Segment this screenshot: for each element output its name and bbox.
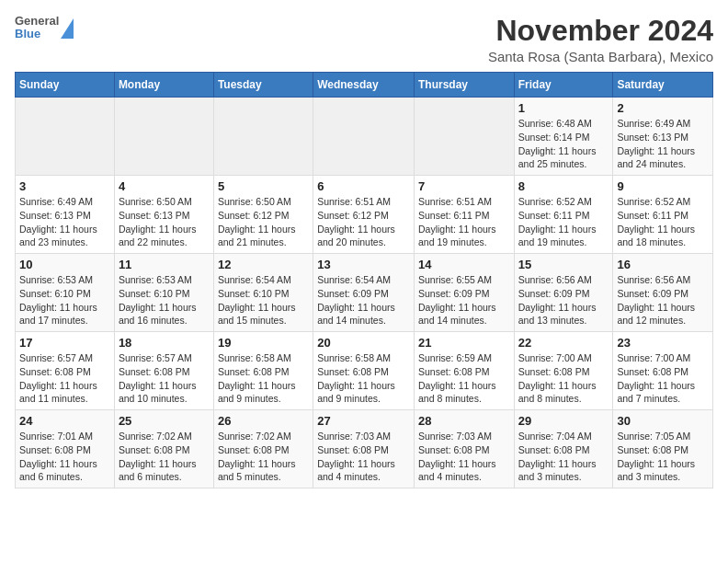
day-info: Sunrise: 6:56 AM Sunset: 6:09 PM Dayligh… [617, 273, 709, 327]
day-info: Sunrise: 6:54 AM Sunset: 6:09 PM Dayligh… [317, 273, 410, 327]
day-number: 13 [317, 258, 410, 271]
day-number: 16 [617, 258, 709, 271]
day-number: 22 [518, 336, 609, 350]
calendar-table: SundayMondayTuesdayWednesdayThursdayFrid… [15, 72, 713, 488]
calendar-day-cell: 19Sunrise: 6:58 AM Sunset: 6:08 PM Dayli… [213, 332, 313, 410]
day-number: 24 [19, 414, 110, 428]
calendar-day-cell: 8Sunrise: 6:52 AM Sunset: 6:11 PM Daylig… [514, 176, 613, 254]
day-info: Sunrise: 6:48 AM Sunset: 6:14 PM Dayligh… [518, 117, 609, 171]
weekday-header-monday: Monday [114, 73, 213, 98]
calendar-day-cell: 29Sunrise: 7:04 AM Sunset: 6:08 PM Dayli… [514, 410, 613, 488]
day-info: Sunrise: 7:05 AM Sunset: 6:08 PM Dayligh… [617, 430, 709, 484]
day-number: 20 [317, 336, 410, 350]
weekday-header-tuesday: Tuesday [213, 73, 313, 98]
title-area: November 2024 Santa Rosa (Santa Barbara)… [488, 15, 713, 64]
day-info: Sunrise: 7:03 AM Sunset: 6:08 PM Dayligh… [418, 430, 510, 484]
calendar-day-cell: 30Sunrise: 7:05 AM Sunset: 6:08 PM Dayli… [613, 410, 713, 488]
weekday-header-friday: Friday [514, 73, 613, 98]
calendar-day-cell: 25Sunrise: 7:02 AM Sunset: 6:08 PM Dayli… [114, 410, 213, 488]
day-number: 14 [418, 258, 510, 271]
day-info: Sunrise: 6:52 AM Sunset: 6:11 PM Dayligh… [518, 195, 609, 249]
day-number: 6 [317, 179, 410, 193]
day-info: Sunrise: 7:02 AM Sunset: 6:08 PM Dayligh… [218, 430, 309, 484]
day-info: Sunrise: 6:55 AM Sunset: 6:09 PM Dayligh… [418, 273, 510, 327]
day-number: 26 [218, 414, 309, 428]
weekday-header-sunday: Sunday [16, 73, 115, 98]
day-info: Sunrise: 6:49 AM Sunset: 6:13 PM Dayligh… [617, 117, 709, 171]
day-info: Sunrise: 6:54 AM Sunset: 6:10 PM Dayligh… [218, 273, 309, 327]
calendar-header-row: SundayMondayTuesdayWednesdayThursdayFrid… [16, 73, 713, 98]
day-info: Sunrise: 7:02 AM Sunset: 6:08 PM Dayligh… [119, 430, 210, 484]
day-info: Sunrise: 7:04 AM Sunset: 6:08 PM Dayligh… [518, 430, 609, 484]
calendar-week-row: 24Sunrise: 7:01 AM Sunset: 6:08 PM Dayli… [16, 410, 713, 488]
day-info: Sunrise: 6:52 AM Sunset: 6:11 PM Dayligh… [617, 195, 709, 249]
day-number: 15 [518, 258, 609, 271]
calendar-week-row: 3Sunrise: 6:49 AM Sunset: 6:13 PM Daylig… [16, 176, 713, 254]
logo-text: General Blue [15, 15, 59, 41]
day-number: 27 [317, 414, 410, 428]
day-number: 25 [119, 414, 210, 428]
day-number: 23 [617, 336, 709, 350]
calendar-day-cell: 21Sunrise: 6:59 AM Sunset: 6:08 PM Dayli… [414, 332, 514, 410]
calendar-day-cell: 10Sunrise: 6:53 AM Sunset: 6:10 PM Dayli… [16, 254, 115, 332]
weekday-header-saturday: Saturday [613, 73, 713, 98]
calendar-day-cell: 28Sunrise: 7:03 AM Sunset: 6:08 PM Dayli… [414, 410, 514, 488]
calendar-day-cell: 24Sunrise: 7:01 AM Sunset: 6:08 PM Dayli… [16, 410, 115, 488]
calendar-day-cell: 23Sunrise: 7:00 AM Sunset: 6:08 PM Dayli… [613, 332, 713, 410]
day-number: 5 [218, 179, 309, 193]
calendar-day-cell: 1Sunrise: 6:48 AM Sunset: 6:14 PM Daylig… [514, 98, 613, 176]
day-number: 17 [19, 336, 110, 350]
day-info: Sunrise: 7:01 AM Sunset: 6:08 PM Dayligh… [19, 430, 110, 484]
page-header: General Blue November 2024 Santa Rosa (S… [15, 15, 713, 64]
calendar-day-cell: 4Sunrise: 6:50 AM Sunset: 6:13 PM Daylig… [114, 176, 213, 254]
calendar-day-cell: 5Sunrise: 6:50 AM Sunset: 6:12 PM Daylig… [213, 176, 313, 254]
calendar-day-cell: 2Sunrise: 6:49 AM Sunset: 6:13 PM Daylig… [613, 98, 713, 176]
calendar-day-cell: 22Sunrise: 7:00 AM Sunset: 6:08 PM Dayli… [514, 332, 613, 410]
day-number: 9 [617, 179, 709, 193]
calendar-day-cell [213, 98, 313, 176]
day-number: 29 [518, 414, 609, 428]
day-info: Sunrise: 6:58 AM Sunset: 6:08 PM Dayligh… [317, 351, 410, 406]
day-info: Sunrise: 7:03 AM Sunset: 6:08 PM Dayligh… [317, 430, 410, 484]
calendar-week-row: 10Sunrise: 6:53 AM Sunset: 6:10 PM Dayli… [16, 254, 713, 332]
calendar-day-cell: 9Sunrise: 6:52 AM Sunset: 6:11 PM Daylig… [613, 176, 713, 254]
day-info: Sunrise: 6:59 AM Sunset: 6:08 PM Dayligh… [418, 351, 510, 406]
day-info: Sunrise: 6:51 AM Sunset: 6:12 PM Dayligh… [317, 195, 410, 249]
calendar-day-cell: 7Sunrise: 6:51 AM Sunset: 6:11 PM Daylig… [414, 176, 514, 254]
calendar-day-cell: 13Sunrise: 6:54 AM Sunset: 6:09 PM Dayli… [313, 254, 415, 332]
calendar-day-cell: 11Sunrise: 6:53 AM Sunset: 6:10 PM Dayli… [114, 254, 213, 332]
calendar-day-cell: 15Sunrise: 6:56 AM Sunset: 6:09 PM Dayli… [514, 254, 613, 332]
day-number: 30 [617, 414, 709, 428]
location-title: Santa Rosa (Santa Barbara), Mexico [488, 49, 713, 64]
day-number: 11 [119, 258, 210, 271]
day-info: Sunrise: 7:00 AM Sunset: 6:08 PM Dayligh… [617, 351, 709, 406]
day-info: Sunrise: 6:51 AM Sunset: 6:11 PM Dayligh… [418, 195, 510, 249]
day-number: 7 [418, 179, 510, 193]
calendar-day-cell: 14Sunrise: 6:55 AM Sunset: 6:09 PM Dayli… [414, 254, 514, 332]
day-number: 18 [119, 336, 210, 350]
weekday-header-wednesday: Wednesday [313, 73, 415, 98]
calendar-day-cell: 26Sunrise: 7:02 AM Sunset: 6:08 PM Dayli… [213, 410, 313, 488]
calendar-week-row: 1Sunrise: 6:48 AM Sunset: 6:14 PM Daylig… [16, 98, 713, 176]
day-info: Sunrise: 6:49 AM Sunset: 6:13 PM Dayligh… [19, 195, 110, 249]
calendar-week-row: 17Sunrise: 6:57 AM Sunset: 6:08 PM Dayli… [16, 332, 713, 410]
day-number: 12 [218, 258, 309, 271]
calendar-day-cell: 17Sunrise: 6:57 AM Sunset: 6:08 PM Dayli… [16, 332, 115, 410]
day-number: 4 [119, 179, 210, 193]
day-number: 1 [518, 101, 609, 115]
day-info: Sunrise: 6:53 AM Sunset: 6:10 PM Dayligh… [119, 273, 210, 327]
calendar-day-cell: 3Sunrise: 6:49 AM Sunset: 6:13 PM Daylig… [16, 176, 115, 254]
day-info: Sunrise: 6:53 AM Sunset: 6:10 PM Dayligh… [19, 273, 110, 327]
logo-icon [61, 18, 74, 39]
day-info: Sunrise: 6:57 AM Sunset: 6:08 PM Dayligh… [19, 351, 110, 406]
day-number: 10 [19, 258, 110, 271]
day-info: Sunrise: 6:58 AM Sunset: 6:08 PM Dayligh… [218, 351, 309, 406]
day-info: Sunrise: 7:00 AM Sunset: 6:08 PM Dayligh… [518, 351, 609, 406]
calendar-day-cell [414, 98, 514, 176]
day-info: Sunrise: 6:50 AM Sunset: 6:13 PM Dayligh… [119, 195, 210, 249]
day-number: 8 [518, 179, 609, 193]
day-number: 3 [19, 179, 110, 193]
day-info: Sunrise: 6:50 AM Sunset: 6:12 PM Dayligh… [218, 195, 309, 249]
calendar-day-cell [16, 98, 115, 176]
day-number: 2 [617, 101, 709, 115]
